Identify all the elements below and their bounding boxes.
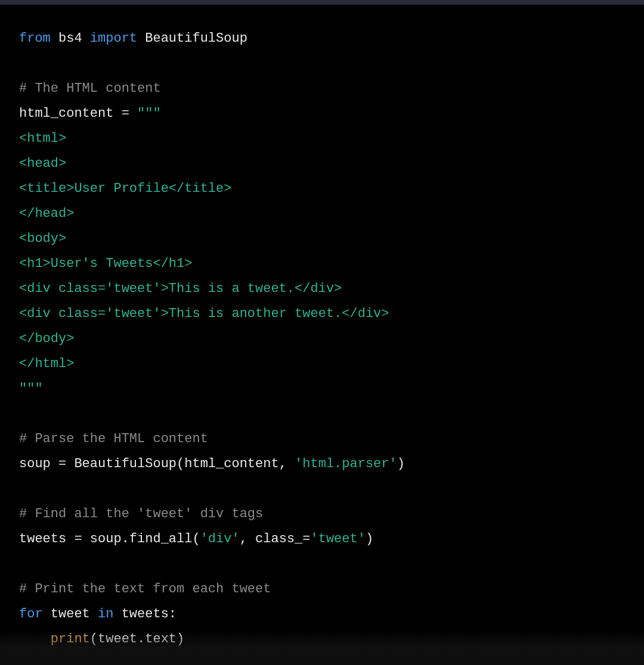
code-line: <div class='tweet'>This is a tweet.</div… bbox=[19, 276, 625, 302]
code-token: import bbox=[90, 31, 145, 46]
code-line: from bs4 import BeautifulSoup bbox=[19, 26, 625, 51]
code-token: for bbox=[19, 607, 51, 622]
code-line: </head> bbox=[19, 201, 625, 226]
code-line bbox=[19, 51, 625, 76]
code-token: = bbox=[58, 456, 74, 471]
code-token: tweet bbox=[51, 607, 98, 622]
code-token: # Parse the HTML content bbox=[19, 431, 208, 446]
window-top-bar bbox=[0, 0, 644, 5]
code-token: soup.find_all( bbox=[90, 532, 200, 546]
code-token: bs4 bbox=[58, 31, 90, 46]
code-line: <title>User Profile</title> bbox=[19, 176, 625, 201]
code-block[interactable]: from bs4 import BeautifulSoup # The HTML… bbox=[0, 5, 644, 652]
code-token: <title>User Profile</title> bbox=[19, 181, 231, 196]
code-token: <h1>User's Tweets</h1> bbox=[19, 256, 192, 271]
code-line: # Parse the HTML content bbox=[19, 427, 625, 452]
code-token: , class_= bbox=[240, 532, 311, 546]
code-token: </body> bbox=[19, 331, 74, 346]
code-token: from bbox=[19, 31, 58, 46]
code-line: # Find all the 'tweet' div tags bbox=[19, 502, 625, 527]
code-token: 'div' bbox=[200, 532, 240, 546]
code-line: print(tweet.text) bbox=[19, 627, 625, 652]
code-token: # Print the text from each tweet bbox=[19, 582, 271, 596]
code-line bbox=[19, 477, 625, 502]
code-line: # Print the text from each tweet bbox=[19, 577, 625, 602]
code-token: <div class='tweet'>This is a tweet.</div… bbox=[19, 281, 342, 296]
code-token: tweets bbox=[19, 532, 74, 546]
code-token: # Find all the 'tweet' div tags bbox=[19, 506, 263, 521]
code-line: <html> bbox=[19, 126, 625, 151]
code-token: 'tweet' bbox=[311, 532, 366, 546]
code-token: html_content bbox=[19, 106, 122, 121]
code-token: """ bbox=[19, 381, 43, 396]
code-line bbox=[19, 402, 625, 427]
code-token: BeautifulSoup bbox=[145, 31, 247, 46]
code-line: <h1>User's Tweets</h1> bbox=[19, 251, 625, 276]
code-token: <html> bbox=[19, 131, 66, 146]
code-token: print bbox=[51, 632, 90, 647]
code-token: <div class='tweet'>This is another tweet… bbox=[19, 306, 389, 321]
code-token: </head> bbox=[19, 206, 74, 221]
code-token: BeautifulSoup(html_content, bbox=[74, 456, 295, 471]
code-line: <div class='tweet'>This is another tweet… bbox=[19, 302, 625, 327]
code-token: soup bbox=[19, 456, 58, 471]
code-token: (tweet.text) bbox=[90, 632, 184, 647]
code-token: ) bbox=[366, 532, 373, 546]
code-token: <body> bbox=[19, 231, 66, 246]
code-token: in bbox=[98, 607, 122, 622]
code-line: soup = BeautifulSoup(html_content, 'html… bbox=[19, 452, 625, 477]
code-line: for tweet in tweets: bbox=[19, 602, 625, 627]
code-line: html_content = """ bbox=[19, 101, 625, 126]
code-token bbox=[19, 632, 51, 647]
code-token: = bbox=[122, 106, 137, 121]
code-line: </html> bbox=[19, 352, 625, 377]
code-line bbox=[19, 552, 625, 577]
code-token: 'html.parser' bbox=[295, 456, 397, 471]
code-line: tweets = soup.find_all('div', class_='tw… bbox=[19, 527, 625, 552]
code-line: <body> bbox=[19, 226, 625, 251]
code-token: # The HTML content bbox=[19, 81, 161, 96]
code-token: <head> bbox=[19, 156, 66, 171]
code-token: tweets: bbox=[122, 607, 177, 622]
code-token: = bbox=[74, 532, 89, 546]
code-token: """ bbox=[137, 106, 161, 121]
code-line: # The HTML content bbox=[19, 76, 625, 101]
code-line: </body> bbox=[19, 327, 625, 352]
code-token: </html> bbox=[19, 356, 74, 371]
code-line: """ bbox=[19, 377, 625, 402]
code-token: ) bbox=[397, 456, 405, 471]
code-line: <head> bbox=[19, 151, 625, 176]
